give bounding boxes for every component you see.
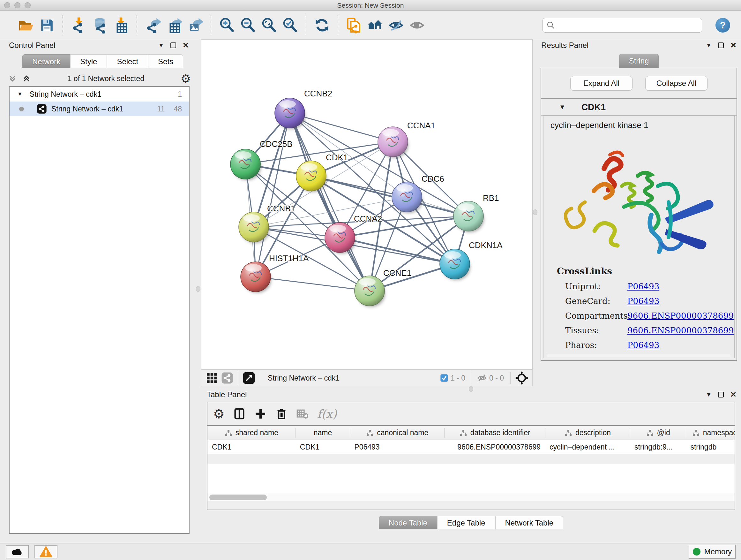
results-close-icon[interactable]: ✕ [730, 41, 737, 50]
create-column-plus-icon[interactable] [254, 408, 267, 420]
node-CCNA1[interactable]: CCNA1 [378, 121, 435, 158]
crosslink-value-link[interactable]: P06493 [627, 282, 659, 291]
column-header--id[interactable]: @id [630, 426, 686, 440]
show-columns-icon[interactable] [233, 408, 246, 420]
delete-column-trash-icon[interactable] [275, 408, 288, 420]
table-row[interactable]: CDK1CDK1P064939606.ENSP00000378699cyclin… [207, 440, 735, 454]
network-collection-row[interactable]: ▼ String Network – cdk1 1 [10, 87, 189, 102]
search-input[interactable] [556, 21, 693, 29]
cell-description[interactable]: cyclin–dependent ... [545, 440, 630, 454]
cell-name[interactable]: CDK1 [295, 440, 350, 454]
table-options-gear-icon[interactable]: ⚙ [213, 407, 225, 421]
crosslink-value-link[interactable]: 9606.ENSP00000378699 [627, 326, 734, 335]
fit-crosshair-icon[interactable] [515, 371, 529, 385]
memory-button[interactable]: Memory [689, 545, 736, 559]
cell-canonical-name[interactable]: P06493 [350, 440, 444, 454]
results-collapse-icon[interactable]: ▼ [706, 42, 712, 49]
tab-string[interactable]: String [619, 54, 659, 68]
search-box[interactable] [542, 18, 702, 33]
results-float-icon[interactable] [718, 43, 724, 48]
tab-select[interactable]: Select [107, 54, 148, 68]
export-network-button[interactable] [144, 16, 162, 34]
node-CCNB1[interactable]: CCNB1 [239, 204, 295, 243]
grid-view-icon[interactable] [206, 372, 218, 384]
column-header-description[interactable]: description [545, 426, 630, 440]
network-options-gear-icon[interactable]: ⚙ [181, 72, 191, 85]
crosslink-value-link[interactable]: P06493 [627, 340, 659, 350]
table-scrollbar-thumb[interactable] [209, 495, 267, 500]
gene-section-header[interactable]: ▼ CDK1 [541, 99, 737, 116]
collection-expand-icon[interactable]: ▼ [17, 91, 23, 98]
node-HIST1H1A[interactable]: HIST1H1A [241, 253, 309, 293]
zoom-selected-button[interactable] [281, 16, 299, 34]
column-header-canonical-name[interactable]: canonical name [350, 426, 444, 440]
save-session-button[interactable] [38, 16, 56, 34]
node-RB1[interactable]: RB1 [454, 193, 499, 233]
open-session-button[interactable] [17, 16, 35, 34]
hidden-eye-slash-icon[interactable] [476, 373, 487, 383]
column-header-database-identifier[interactable]: database identifier [444, 426, 545, 440]
panel-close-icon[interactable]: ✕ [183, 41, 189, 50]
selected-checkbox-icon[interactable] [440, 374, 449, 382]
edge-CCNB2-CCNE1[interactable] [290, 113, 369, 291]
crosslink-value-link[interactable]: P06493 [627, 296, 659, 306]
help-button[interactable]: ? [716, 18, 730, 33]
delete-table-icon[interactable] [296, 408, 309, 420]
cell--id[interactable]: stringdb:9... [630, 440, 686, 454]
first-neighbors-button[interactable] [366, 16, 384, 34]
network-share-view-icon[interactable] [221, 372, 233, 384]
column-header-name[interactable]: name [295, 426, 350, 440]
column-header-namespace[interactable]: namespace [686, 426, 735, 440]
cell-namespace[interactable]: stringdb [686, 440, 735, 454]
edge-CDK1-RB1[interactable] [311, 176, 468, 216]
expand-all-networks-icon[interactable] [22, 74, 31, 83]
node-CDC25B[interactable]: CDC25B [230, 139, 293, 180]
panel-float-icon[interactable] [171, 43, 176, 48]
node-CDK1[interactable]: CDK1 [296, 152, 348, 192]
edge-HIST1H1A-CCNE1[interactable] [256, 277, 369, 291]
node-CDKN1A[interactable]: CDKN1A [440, 240, 502, 280]
zoom-fit-button[interactable] [260, 16, 278, 34]
zoom-out-button[interactable] [239, 16, 257, 34]
tab-node-table[interactable]: Node Table [379, 516, 437, 530]
table-close-icon[interactable]: ✕ [730, 390, 737, 399]
duplicate-network-button[interactable] [345, 16, 363, 34]
table-collapse-icon[interactable]: ▼ [706, 391, 712, 398]
birds-eye-view-icon[interactable] [243, 372, 255, 384]
edge-CCNA2-CDKN1A[interactable] [340, 238, 455, 264]
left-splitter-handle[interactable] [196, 286, 200, 292]
tab-network[interactable]: Network [22, 54, 70, 68]
network-canvas[interactable]: CCNB2CCNA1CDC25BCDK1CDC6RB1CCNB1CCNA2CDK… [201, 39, 533, 370]
cell-database-identifier[interactable]: 9606.ENSP00000378699 [444, 440, 545, 454]
tab-sets[interactable]: Sets [148, 54, 183, 68]
export-table-button[interactable] [165, 16, 183, 34]
zoom-in-button[interactable] [218, 16, 236, 34]
gene-collapse-icon[interactable]: ▼ [559, 104, 565, 111]
import-network-button[interactable] [70, 16, 88, 34]
panel-collapse-icon[interactable]: ▼ [158, 42, 164, 49]
tab-style[interactable]: Style [70, 54, 107, 68]
cell-shared-name[interactable]: CDK1 [207, 440, 295, 454]
network-row-selected[interactable]: String Network – cdk1 11 48 [10, 102, 189, 116]
tab-edge-table[interactable]: Edge Table [437, 516, 495, 530]
node-CCNE1[interactable]: CCNE1 [354, 268, 411, 307]
cloud-status-button[interactable] [6, 545, 29, 558]
expand-all-button[interactable]: Expand All [570, 76, 632, 91]
table-float-icon[interactable] [718, 392, 724, 397]
import-network-from-database-button[interactable] [91, 16, 109, 34]
export-image-button[interactable] [186, 16, 204, 34]
collapse-all-networks-icon[interactable] [8, 74, 17, 83]
collapse-all-button[interactable]: Collapse All [645, 76, 708, 91]
function-builder-icon[interactable]: f(x) [317, 408, 337, 421]
warnings-button[interactable] [35, 545, 57, 558]
refresh-button[interactable] [313, 16, 331, 34]
results-scrollbar[interactable] [547, 354, 731, 357]
tab-network-table[interactable]: Network Table [495, 516, 563, 530]
column-header-shared-name[interactable]: shared name [207, 426, 295, 440]
crosslink-value-link[interactable]: 9606.ENSP00000378699 [627, 311, 734, 320]
import-table-button[interactable] [112, 16, 130, 34]
node-CCNB2[interactable]: CCNB2 [275, 89, 332, 129]
hide-selected-button[interactable] [387, 16, 405, 34]
show-all-button[interactable] [408, 16, 426, 34]
table-horizontal-scrollbar[interactable] [207, 493, 735, 501]
